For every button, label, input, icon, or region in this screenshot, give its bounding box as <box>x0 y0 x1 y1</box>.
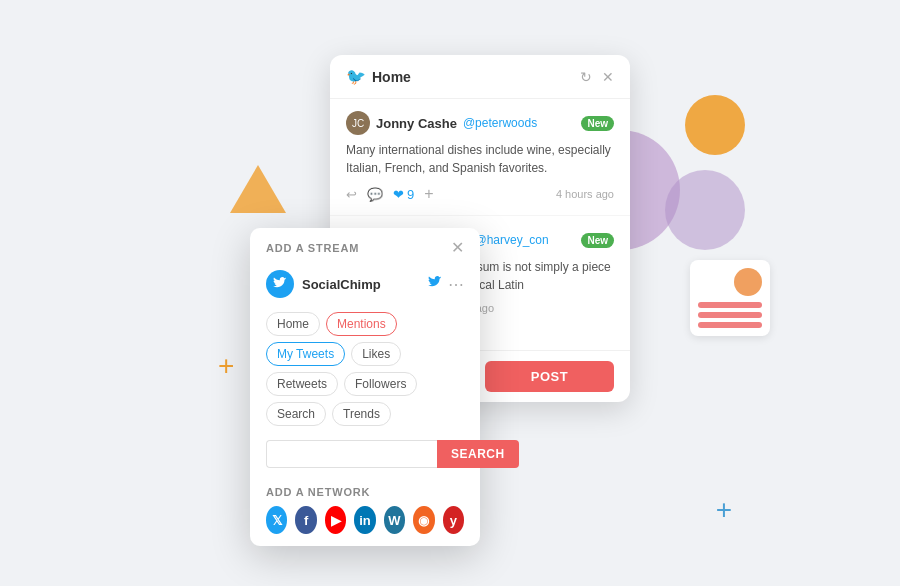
card-header: 🐦 Home ↻ ✕ <box>330 55 630 99</box>
tweet-time-1: 4 hours ago <box>556 188 614 200</box>
deco-card-right <box>690 260 770 336</box>
deco-plus-orange: + <box>218 350 234 382</box>
comment-icon[interactable]: 💬 <box>367 187 383 202</box>
deco-circle-purple2 <box>665 170 745 250</box>
tweet-plus-icon[interactable]: + <box>424 185 433 203</box>
deco-plus-blue: + <box>716 494 732 526</box>
account-left: SocialChimp <box>266 270 381 298</box>
stream-type-my-tweets[interactable]: My Tweets <box>266 342 345 366</box>
stream-type-search[interactable]: Search <box>266 402 326 426</box>
account-dots-icon[interactable]: ⋯ <box>448 275 464 294</box>
stream-types: HomeMentionsMy TweetsLikesRetweetsFollow… <box>250 308 480 434</box>
stream-type-trends[interactable]: Trends <box>332 402 391 426</box>
add-stream-modal: ADD A STREAM ✕ SocialChimp ⋯ HomeMention… <box>250 228 480 546</box>
retweet-icon[interactable]: ↩ <box>346 187 357 202</box>
tweet-handle-1[interactable]: @peterwoods <box>463 116 537 130</box>
network-icon-linkedin[interactable]: in <box>354 506 375 534</box>
account-right: ⋯ <box>428 275 464 294</box>
modal-header: ADD A STREAM ✕ <box>250 228 480 264</box>
tweet-user-info-1: JC Jonny Cashe @peterwoods <box>346 111 537 135</box>
search-input-row: SEARCH <box>266 440 464 468</box>
network-icon-rss[interactable]: ◉ <box>413 506 434 534</box>
network-icon-twitter[interactable]: 𝕏 <box>266 506 287 534</box>
network-icon-yelp[interactable]: y <box>443 506 464 534</box>
modal-close-button[interactable]: ✕ <box>451 240 464 256</box>
stream-type-mentions[interactable]: Mentions <box>326 312 397 336</box>
stream-type-likes[interactable]: Likes <box>351 342 401 366</box>
tweet-actions-row-1: ↩ 💬 ❤ 9 + 4 hours ago <box>346 185 614 203</box>
stream-type-retweets[interactable]: Retweets <box>266 372 338 396</box>
account-row: SocialChimp ⋯ <box>250 264 480 308</box>
search-button[interactable]: SEARCH <box>437 440 519 468</box>
stream-type-home[interactable]: Home <box>266 312 320 336</box>
avatar-jc: JC <box>346 111 370 135</box>
deco-triangle <box>230 165 286 213</box>
card-title-text: Home <box>372 69 411 85</box>
add-network-section: ADD A NETWORK 𝕏f▶inW◉y <box>250 478 480 546</box>
account-name: SocialChimp <box>302 277 381 292</box>
account-avatar-icon <box>266 270 294 298</box>
post-button[interactable]: POST <box>485 361 614 392</box>
search-input[interactable] <box>266 440 437 468</box>
tweet-username-1: Jonny Cashe <box>376 116 457 131</box>
like-button-1[interactable]: ❤ 9 <box>393 187 414 202</box>
tweet-user-row-1: JC Jonny Cashe @peterwoods New <box>346 111 614 135</box>
close-icon[interactable]: ✕ <box>602 69 614 85</box>
network-icons-row: 𝕏f▶inW◉y <box>266 506 464 534</box>
tweet-item-1: JC Jonny Cashe @peterwoods New Many inte… <box>330 99 630 216</box>
refresh-icon[interactable]: ↻ <box>580 69 592 85</box>
tweet-handle-2[interactable]: @harvey_con <box>474 233 548 247</box>
stream-type-followers[interactable]: Followers <box>344 372 417 396</box>
network-icon-facebook[interactable]: f <box>295 506 316 534</box>
modal-title: ADD A STREAM <box>266 242 359 254</box>
tweet-text-1: Many international dishes include wine, … <box>346 141 614 177</box>
tweet-icons-1: ↩ 💬 ❤ 9 + <box>346 185 434 203</box>
network-icon-youtube[interactable]: ▶ <box>325 506 346 534</box>
search-area: SEARCH <box>250 434 480 478</box>
new-badge-2: New <box>581 233 614 248</box>
card-title: 🐦 Home <box>346 67 411 86</box>
add-network-label: ADD A NETWORK <box>266 486 464 498</box>
deco-circle-orange <box>685 95 745 155</box>
like-count-1: 9 <box>407 187 414 202</box>
header-actions: ↻ ✕ <box>580 69 614 85</box>
twitter-bird-icon: 🐦 <box>346 67 366 86</box>
network-icon-wordpress[interactable]: W <box>384 506 405 534</box>
new-badge-1: New <box>581 116 614 131</box>
twitter-small-icon <box>428 276 442 293</box>
